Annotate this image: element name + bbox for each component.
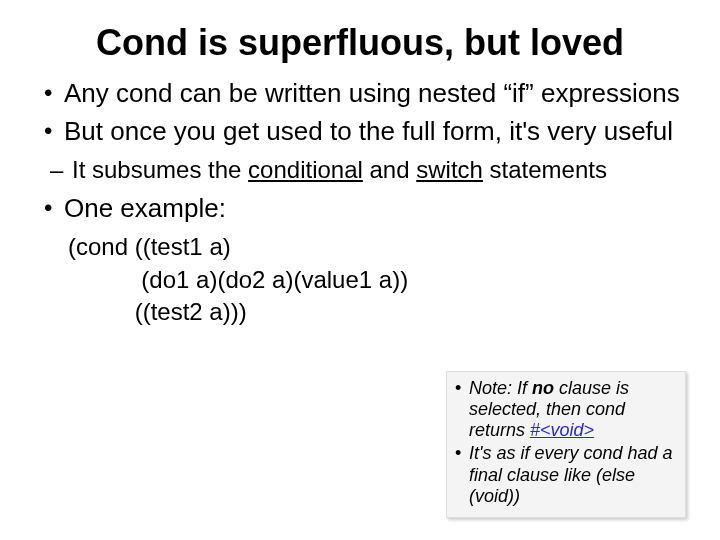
note-box: Note: If no clause is selected, then con… <box>446 371 686 518</box>
sub-bullet-1: It subsumes the conditional and switch s… <box>50 155 680 185</box>
sub-text-a: It subsumes the <box>72 156 248 183</box>
note-list: Note: If no clause is selected, then con… <box>455 378 677 507</box>
sub-switch: switch <box>416 156 483 183</box>
bullet-list: Any cond can be written using nested “if… <box>44 78 680 225</box>
bullet-3: One example: <box>44 193 680 225</box>
bullet-1: Any cond can be written using nested “if… <box>44 78 680 110</box>
code-line-3: ((test2 a))) <box>68 298 247 325</box>
note-1-void-link[interactable]: #<void> <box>530 420 594 440</box>
bullet-2: But once you get used to the full form, … <box>44 116 680 148</box>
sub-bullet-list: It subsumes the conditional and switch s… <box>50 155 680 185</box>
bullet-1-if: “if” <box>503 78 533 108</box>
sub-wrapper: li[data-name="sub-wrapper"]::before{cont… <box>44 155 680 185</box>
slide-title: Cond is superfluous, but loved <box>40 22 680 64</box>
note-2: It's as if every cond had a final clause… <box>455 443 677 507</box>
note-1-no: no <box>532 378 554 398</box>
sub-text-end: statements <box>483 156 607 183</box>
bullet-1-text-a: Any cond can be written using nested <box>64 78 503 108</box>
code-example: (cond ((test1 a) (do1 a)(do2 a)(value1 a… <box>68 231 680 328</box>
sub-conditional: conditional <box>248 156 363 183</box>
code-line-2: (do1 a)(do2 a)(value1 a)) <box>68 266 408 293</box>
slide: Cond is superfluous, but loved Any cond … <box>0 0 720 540</box>
sub-text-and: and <box>363 156 416 183</box>
code-line-1: (cond ((test1 a) <box>68 233 231 260</box>
note-1a: Note: If <box>469 378 532 398</box>
bullet-1-text-c: expressions <box>534 78 680 108</box>
note-1: Note: If no clause is selected, then con… <box>455 378 677 442</box>
